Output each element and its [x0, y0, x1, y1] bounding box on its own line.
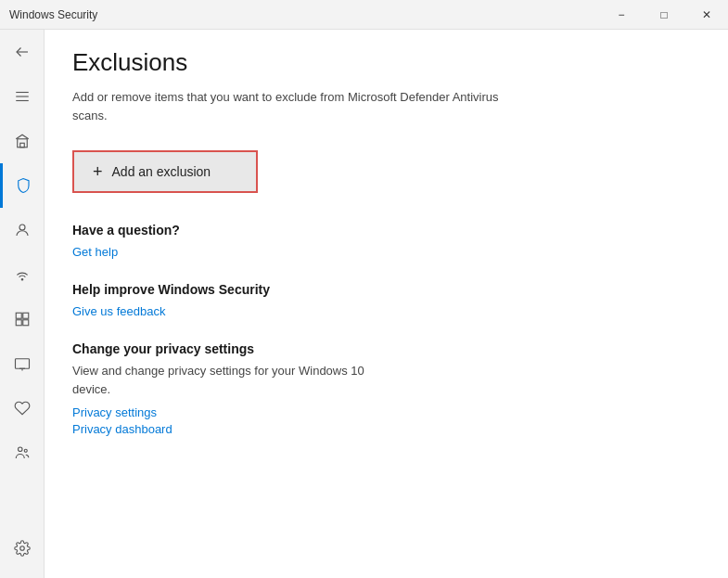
sidebar-item-firewall[interactable] — [0, 252, 45, 297]
svg-rect-9 — [22, 313, 28, 318]
help-improve-section: Help improve Windows Security Give us fe… — [72, 282, 700, 319]
back-icon — [14, 44, 31, 60]
sidebar-item-home[interactable] — [0, 119, 45, 163]
titlebar-controls: − □ ✕ — [600, 0, 728, 30]
svg-point-6 — [19, 225, 25, 230]
sidebar-item-family[interactable] — [0, 430, 45, 475]
svg-rect-10 — [16, 320, 21, 326]
sidebar-back-button[interactable] — [0, 30, 45, 74]
sidebar-item-menu[interactable] — [0, 74, 45, 119]
help-improve-title: Help improve Windows Security — [72, 282, 700, 297]
page-title: Exclusions — [72, 48, 700, 77]
get-help-link[interactable]: Get help — [72, 245, 118, 259]
svg-point-17 — [19, 546, 24, 551]
sidebar-item-settings[interactable] — [0, 526, 45, 571]
privacy-desc: View and change privacy settings for you… — [72, 362, 369, 398]
maximize-button[interactable]: □ — [643, 0, 685, 30]
svg-point-15 — [18, 447, 22, 452]
svg-point-7 — [21, 279, 23, 281]
sidebar-nav — [0, 30, 44, 475]
minimize-button[interactable]: − — [600, 0, 643, 30]
close-button[interactable]: ✕ — [685, 0, 728, 30]
wifi-icon — [14, 266, 31, 283]
family-icon — [14, 444, 31, 461]
add-exclusion-button[interactable]: + Add an exclusion — [72, 150, 258, 193]
add-exclusion-label: Add an exclusion — [112, 164, 211, 179]
sidebar-item-device[interactable] — [0, 341, 45, 386]
titlebar-title: Windows Security — [9, 8, 97, 21]
privacy-section: Change your privacy settings View and ch… — [72, 341, 700, 437]
sidebar-item-shield[interactable] — [0, 163, 45, 208]
app-icon — [14, 311, 31, 328]
svg-rect-11 — [22, 320, 28, 326]
main-content: Exclusions Add or remove items that you … — [45, 30, 728, 578]
have-a-question-title: Have a question? — [72, 223, 700, 238]
account-icon — [14, 222, 31, 238]
menu-icon — [14, 88, 31, 105]
heart-icon — [14, 400, 31, 417]
privacy-title: Change your privacy settings — [72, 341, 700, 356]
shield-icon — [15, 177, 32, 194]
svg-rect-12 — [15, 359, 29, 369]
device-icon — [14, 355, 31, 372]
privacy-dashboard-link[interactable]: Privacy dashboard — [72, 422, 172, 436]
sidebar-item-account[interactable] — [0, 208, 45, 252]
sidebar-item-app[interactable] — [0, 297, 45, 341]
svg-rect-8 — [16, 313, 21, 318]
settings-icon — [14, 540, 31, 557]
privacy-settings-link[interactable]: Privacy settings — [72, 405, 157, 419]
sidebar — [0, 30, 45, 578]
titlebar: Windows Security − □ ✕ — [0, 0, 728, 30]
app-body: Exclusions Add or remove items that you … — [0, 30, 728, 578]
sidebar-bottom — [0, 526, 44, 578]
svg-point-16 — [24, 449, 27, 452]
home-icon — [14, 133, 31, 149]
plus-icon: + — [93, 163, 103, 180]
have-a-question-section: Have a question? Get help — [72, 223, 700, 260]
svg-rect-5 — [19, 143, 24, 148]
sidebar-item-health[interactable] — [0, 386, 45, 430]
give-feedback-link[interactable]: Give us feedback — [72, 304, 165, 318]
page-description: Add or remove items that you want to exc… — [72, 88, 517, 124]
